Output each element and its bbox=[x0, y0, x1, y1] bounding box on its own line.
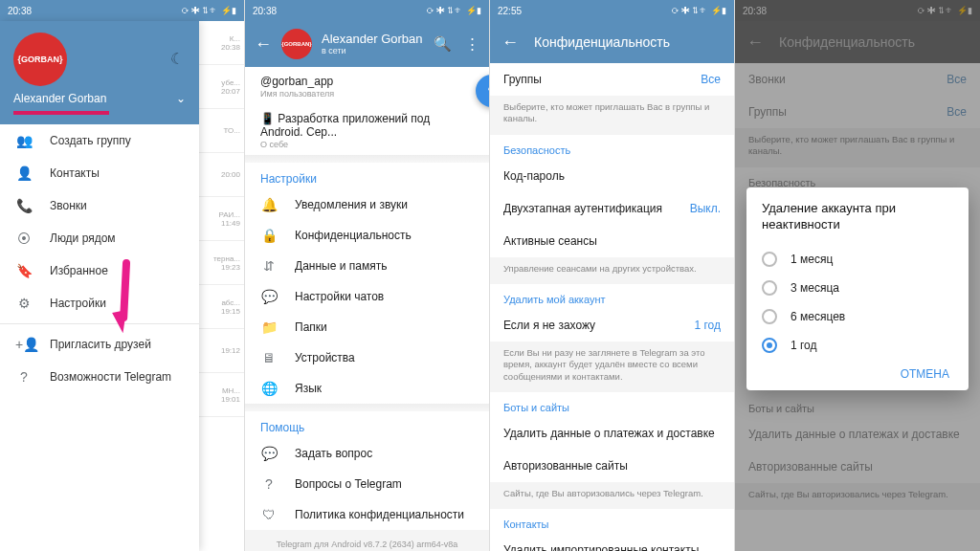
status-time: 20:38 bbox=[8, 6, 32, 16]
phone-icon: 📞 bbox=[15, 198, 33, 213]
radio-icon bbox=[762, 338, 777, 353]
chat-icon: 💬 bbox=[260, 446, 278, 461]
status-icons: ⟳ ✱ ⇅ ᯤ ⚡▮ bbox=[426, 6, 481, 15]
bookmark-icon: 🔖 bbox=[15, 263, 33, 278]
panel-dialog: 20:38 ⟳ ✱ ⇅ ᯤ ⚡▮ ← Конфиденциальность Зв… bbox=[735, 0, 980, 551]
profile-status: в сети bbox=[322, 46, 423, 55]
chat-icon: 💬 bbox=[260, 289, 278, 304]
status-icons: ⟳ ✱ ⇅ ᯤ ⚡▮ bbox=[671, 6, 726, 15]
item-devices[interactable]: 🖥Устройства bbox=[245, 342, 489, 373]
radio-1year[interactable]: 1 год bbox=[762, 331, 953, 360]
menu-nearby[interactable]: ⦿Люди рядом bbox=[0, 222, 199, 254]
bell-icon: 🔔 bbox=[260, 197, 278, 212]
row-ifaway[interactable]: Если я не захожу1 год bbox=[490, 309, 734, 342]
lock-icon: 🔒 bbox=[260, 228, 278, 243]
avatar[interactable]: {GORBAN} bbox=[13, 33, 67, 86]
panel-privacy: 22:55 ⟳ ✱ ⇅ ᯤ ⚡▮ ← Конфиденциальность Гр… bbox=[490, 0, 735, 551]
section-bots: Боты и сайты bbox=[490, 392, 734, 417]
item-language[interactable]: 🌐Язык bbox=[245, 373, 489, 404]
help-icon: ? bbox=[15, 369, 33, 385]
privacy-header: ← Конфиденциальность bbox=[490, 21, 734, 63]
section-help: Помощь bbox=[245, 411, 489, 438]
nearby-icon: ⦿ bbox=[15, 231, 33, 246]
status-bar: 22:55 ⟳ ✱ ⇅ ᯤ ⚡▮ bbox=[490, 0, 734, 21]
hint-sessions: Управление сеансами на других устройства… bbox=[490, 257, 734, 284]
radio-icon bbox=[762, 280, 777, 296]
version-footer: Telegram для Android v8.7.2 (2634) arm64… bbox=[245, 530, 489, 551]
page-title: Конфиденциальность bbox=[534, 34, 670, 50]
gear-icon: ⚙ bbox=[15, 296, 33, 311]
row-payments[interactable]: Удалить данные о платежах и доставке bbox=[490, 417, 734, 450]
section-delete: Удалить мой аккаунт bbox=[490, 284, 734, 309]
section-security: Безопасность bbox=[490, 135, 734, 160]
data-icon: ⇵ bbox=[260, 258, 278, 274]
item-ask[interactable]: 💬Задать вопрос bbox=[245, 438, 489, 469]
drawer-header: {GORBAN} ☾ Alexander Gorban ⌄ bbox=[0, 21, 199, 124]
dialog-title: Удаление аккаунта при неактивности bbox=[762, 201, 953, 233]
row-twostep[interactable]: Двухэтапная аутентификацияВыкл. bbox=[490, 192, 734, 225]
divider bbox=[245, 404, 489, 411]
section-settings: Настройки bbox=[245, 163, 489, 189]
night-mode-icon[interactable]: ☾ bbox=[170, 50, 184, 68]
panel-settings: 20:38 ⟳ ✱ ⇅ ᯤ ⚡▮ ← {GORBAN} Alexander Go… bbox=[245, 0, 490, 551]
back-icon[interactable]: ← bbox=[255, 34, 272, 55]
panel-drawer: 20:38 ⟳ ✱ ⇅ ᯤ ⚡▮ К...20:38 убе...20:07 Т… bbox=[0, 0, 245, 551]
menu-contacts[interactable]: 👤Контакты bbox=[0, 157, 199, 189]
cancel-button[interactable]: ОТМЕНА bbox=[762, 360, 953, 383]
radio-6months[interactable]: 6 месяцев bbox=[762, 302, 953, 331]
avatar[interactable]: {GORBAN} bbox=[281, 29, 312, 59]
search-icon[interactable]: 🔍 bbox=[434, 35, 452, 53]
divider bbox=[0, 323, 199, 324]
username-block[interactable]: @gorban_app Имя пользователя bbox=[245, 67, 489, 104]
accent-bar bbox=[13, 111, 109, 115]
hint-groups: Выберите, кто может приглашать Вас в гру… bbox=[490, 96, 734, 135]
folder-icon: 📁 bbox=[260, 320, 278, 335]
bio-block[interactable]: 📱 Разработка приложений под Android. Сер… bbox=[245, 104, 489, 155]
globe-icon: 🌐 bbox=[260, 381, 278, 396]
radio-icon bbox=[762, 309, 777, 324]
status-bar: 20:38 ⟳ ✱ ⇅ ᯤ ⚡▮ bbox=[245, 0, 489, 21]
item-folders[interactable]: 📁Папки bbox=[245, 312, 489, 342]
row-passcode[interactable]: Код-пароль bbox=[490, 160, 734, 192]
delete-dialog: Удаление аккаунта при неактивности 1 мес… bbox=[746, 187, 969, 390]
status-icons: ⟳ ✱ ⇅ ᯤ ⚡▮ bbox=[181, 6, 236, 15]
status-time: 20:38 bbox=[253, 6, 277, 16]
section-contacts: Контакты bbox=[490, 509, 734, 534]
chat-list-sliver: К...20:38 убе...20:07 ТО... 20:00 РАИ...… bbox=[198, 21, 244, 551]
back-icon[interactable]: ← bbox=[501, 33, 519, 53]
account-name[interactable]: Alexander Gorban bbox=[13, 92, 106, 105]
item-data[interactable]: ⇵Данные и память bbox=[245, 251, 489, 281]
item-privacy[interactable]: 🔒Конфиденциальность bbox=[245, 220, 489, 251]
devices-icon: 🖥 bbox=[260, 350, 278, 365]
more-icon[interactable]: ⋮ bbox=[465, 35, 479, 53]
radio-icon bbox=[762, 252, 777, 267]
row-groups[interactable]: ГруппыВсе bbox=[490, 63, 734, 96]
item-faq[interactable]: ?Вопросы о Telegram bbox=[245, 469, 489, 499]
row-delcontacts[interactable]: Удалить импортированные контакты bbox=[490, 534, 734, 551]
settings-header: ← {GORBAN} Alexander Gorban в сети 🔍 ⋮ bbox=[245, 21, 489, 67]
item-policy[interactable]: 🛡Политика конфиденциальности bbox=[245, 499, 489, 530]
add-person-icon: +👤 bbox=[15, 337, 33, 352]
menu-new-group[interactable]: 👥Создать группу bbox=[0, 124, 199, 157]
profile-name: Alexander Gorban bbox=[322, 33, 423, 46]
radio-1month[interactable]: 1 месяц bbox=[762, 245, 953, 274]
group-icon: 👥 bbox=[15, 133, 33, 148]
menu-features[interactable]: ?Возможности Telegram bbox=[0, 361, 199, 393]
hint-delete: Если Вы ни разу не заглянете в Telegram … bbox=[490, 342, 734, 392]
radio-3months[interactable]: 3 месяца bbox=[762, 274, 953, 302]
item-notifications[interactable]: 🔔Уведомления и звуки bbox=[245, 189, 489, 220]
shield-icon: 🛡 bbox=[260, 507, 278, 522]
item-chat[interactable]: 💬Настройки чатов bbox=[245, 281, 489, 312]
menu-calls[interactable]: 📞Звонки bbox=[0, 189, 199, 222]
divider bbox=[245, 155, 489, 163]
menu-invite[interactable]: +👤Пригласить друзей bbox=[0, 328, 199, 361]
status-bar: 20:38 ⟳ ✱ ⇅ ᯤ ⚡▮ bbox=[0, 0, 244, 21]
row-authsites[interactable]: Авторизованные сайты bbox=[490, 450, 734, 482]
row-sessions[interactable]: Активные сеансы bbox=[490, 225, 734, 257]
hint-bots: Сайты, где Вы авторизовались через Teleg… bbox=[490, 482, 734, 509]
chevron-down-icon[interactable]: ⌄ bbox=[176, 92, 186, 105]
person-icon: 👤 bbox=[15, 165, 33, 181]
status-time: 22:55 bbox=[498, 6, 522, 16]
question-icon: ? bbox=[260, 476, 278, 492]
